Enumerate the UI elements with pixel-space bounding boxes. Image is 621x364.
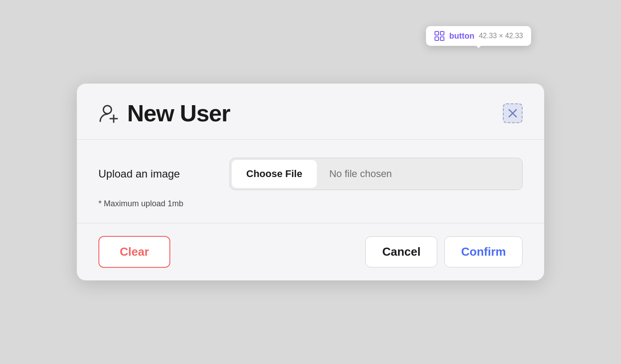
clear-button[interactable]: Clear: [98, 236, 170, 268]
modal-title: New User: [127, 100, 230, 127]
close-button[interactable]: [503, 103, 523, 123]
modal-header: New User: [77, 84, 544, 140]
tooltip-dimensions: 42.33 × 42.33: [479, 32, 523, 40]
svg-rect-3: [440, 37, 444, 40]
new-user-modal: New User Upload an image Choose File No …: [77, 84, 544, 280]
modal-body: Upload an image Choose File No file chos…: [77, 140, 544, 223]
close-icon: [508, 108, 518, 118]
user-add-icon: [98, 102, 120, 124]
tooltip: button 42.33 × 42.33: [426, 26, 531, 46]
button-grid-icon: [434, 31, 445, 41]
modal-footer: Clear Cancel Confirm: [77, 223, 544, 280]
svg-rect-1: [440, 31, 444, 35]
max-upload-note: * Maximum upload 1mb: [98, 199, 523, 209]
cancel-button[interactable]: Cancel: [365, 236, 437, 267]
title-group: New User: [98, 100, 230, 127]
confirm-button[interactable]: Confirm: [444, 236, 523, 267]
upload-row: Upload an image Choose File No file chos…: [98, 158, 523, 190]
svg-rect-2: [435, 37, 439, 40]
tooltip-label: button: [449, 31, 475, 41]
svg-point-4: [103, 106, 111, 114]
upload-label: Upload an image: [98, 168, 215, 180]
no-file-text: No file chosen: [319, 158, 522, 190]
file-input-container: Choose File No file chosen: [230, 158, 523, 190]
svg-rect-0: [435, 31, 439, 35]
choose-file-button[interactable]: Choose File: [232, 160, 317, 188]
